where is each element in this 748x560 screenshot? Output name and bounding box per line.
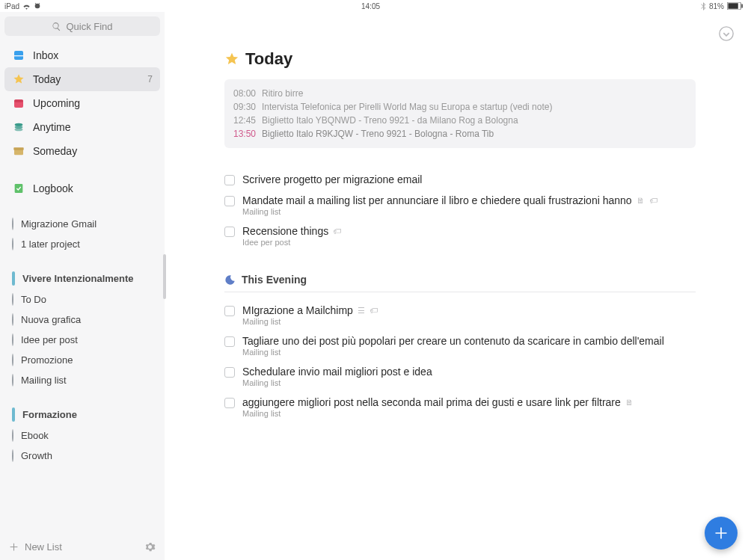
- task-checkbox[interactable]: [224, 336, 235, 347]
- calendar-row[interactable]: 13:50Biglietto Italo R9KJQW - Treno 9921…: [233, 127, 687, 141]
- star-icon: [224, 52, 239, 67]
- calendar-text: Intervista Telefonica per Pirelli World …: [262, 102, 552, 112]
- task-row[interactable]: aggiungere migliori post nella seconda m…: [224, 392, 696, 422]
- battery-icon: [727, 2, 744, 10]
- bluetooth-icon: [700, 2, 706, 10]
- project-item[interactable]: Migrazione Gmail: [4, 214, 160, 234]
- tag-icon: 🏷: [370, 306, 378, 315]
- task-title: Tagliare uno dei post più popolari per c…: [242, 335, 664, 347]
- calendar-row[interactable]: 12:45Biglietto Italo YBQNWD - Treno 9921…: [233, 114, 687, 127]
- nav-anytime[interactable]: Anytime: [4, 115, 160, 139]
- calendar-text: Ritiro birre: [262, 88, 303, 99]
- svg-rect-1: [728, 3, 738, 9]
- project-item[interactable]: Promozione: [4, 350, 160, 370]
- project-ring-icon: [12, 238, 13, 250]
- alarm-icon: [34, 2, 41, 10]
- star-icon: [13, 73, 25, 85]
- svg-rect-11: [13, 147, 23, 150]
- moon-icon: [224, 274, 236, 286]
- nav-logbook[interactable]: Logbook: [4, 176, 160, 200]
- project-ring-icon: [12, 293, 13, 306]
- task-title: Mandate mail a mailing list per annuncia…: [242, 194, 657, 206]
- task-title: Scrivere progetto per migrazione email: [242, 173, 422, 185]
- project-ring-icon: [12, 429, 13, 442]
- task-row[interactable]: Schedulare invio mail migliori post e id…: [224, 361, 696, 392]
- nav-anytime-label: Anytime: [33, 121, 71, 133]
- calendar-text: Biglietto Italo R9KJQW - Treno 9921 - Bo…: [262, 129, 494, 139]
- status-bar: iPad 14:05 81%: [0, 0, 748, 12]
- new-list-button[interactable]: New List: [25, 541, 62, 553]
- project-item[interactable]: Mailing list: [4, 370, 160, 390]
- nav-inbox-label: Inbox: [33, 49, 58, 61]
- inbox-icon: [13, 49, 25, 61]
- task-row[interactable]: Scrivere progetto per migrazione email: [224, 169, 696, 190]
- task-row[interactable]: Recensione things🏷Idee per post: [224, 221, 696, 251]
- task-title: aggiungere migliori post nella seconda m…: [242, 396, 634, 408]
- project-item[interactable]: To Do: [4, 289, 160, 310]
- project-item[interactable]: Ebook: [4, 425, 160, 446]
- calendar-block[interactable]: 08:00Ritiro birre09:30Intervista Telefon…: [224, 79, 696, 148]
- gear-icon[interactable]: [144, 541, 156, 553]
- calendar-time: 09:30: [233, 100, 262, 114]
- task-checkbox[interactable]: [224, 196, 235, 206]
- project-item[interactable]: 1 later project: [4, 234, 160, 254]
- chevron-down-circle-icon: [718, 25, 735, 42]
- nav-someday-label: Someday: [33, 145, 77, 157]
- task-checkbox[interactable]: [224, 367, 235, 378]
- task-title: Recensione things🏷: [242, 225, 341, 237]
- task-checkbox[interactable]: [224, 306, 235, 316]
- device-label: iPad: [4, 2, 19, 10]
- dismiss-button[interactable]: [718, 25, 735, 42]
- evening-tasks: MIgrazione a Mailchimp☰🏷Mailing listTagl…: [224, 300, 696, 422]
- calendar-row[interactable]: 09:30Intervista Telefonica per Pirelli W…: [233, 100, 687, 114]
- box-icon: [13, 145, 25, 157]
- area-label: Vivere Intenzionalmente: [22, 273, 134, 284]
- logbook-icon: [13, 182, 25, 194]
- project-item[interactable]: Nuova grafica: [4, 310, 160, 330]
- nav-inbox[interactable]: Inbox: [4, 43, 160, 67]
- note-icon: 🗎: [625, 398, 634, 407]
- area-label: Formazione: [22, 409, 77, 420]
- checklist-icon: ☰: [358, 306, 365, 316]
- task-row[interactable]: Tagliare uno dei post più popolari per c…: [224, 330, 696, 361]
- search-icon: [52, 22, 61, 31]
- task-checkbox[interactable]: [224, 175, 235, 185]
- task-subtitle: Idee per post: [242, 238, 341, 247]
- area-header[interactable]: Formazione: [4, 404, 160, 425]
- project-label: Promozione: [21, 354, 73, 366]
- calendar-text: Biglietto Italo YBQNWD - Treno 9921 - da…: [262, 115, 518, 126]
- area-icon: [12, 407, 15, 422]
- svg-point-13: [720, 27, 733, 40]
- calendar-row[interactable]: 08:00Ritiro birre: [233, 87, 687, 100]
- svg-rect-4: [14, 55, 23, 56]
- task-checkbox[interactable]: [224, 227, 235, 237]
- nav-someday[interactable]: Someday: [4, 139, 160, 163]
- task-subtitle: Mailing list: [242, 348, 664, 357]
- nav-upcoming[interactable]: Upcoming: [4, 91, 160, 115]
- task-row[interactable]: Mandate mail a mailing list per annuncia…: [224, 190, 696, 221]
- task-title: MIgrazione a Mailchimp☰🏷: [242, 304, 378, 316]
- calendar-icon: [13, 97, 25, 109]
- task-checkbox[interactable]: [224, 398, 235, 408]
- project-label: Growth: [21, 450, 52, 461]
- area-icon: [12, 271, 15, 286]
- project-label: To Do: [21, 294, 46, 305]
- task-subtitle: Mailing list: [242, 409, 634, 418]
- project-ring-icon: [12, 374, 13, 387]
- project-label: Mailing list: [21, 375, 67, 386]
- nav-today[interactable]: Today 7: [4, 67, 160, 91]
- task-row[interactable]: MIgrazione a Mailchimp☰🏷Mailing list: [224, 300, 696, 330]
- area-header[interactable]: Vivere Intenzionalmente: [4, 268, 160, 289]
- task-subtitle: Mailing list: [242, 378, 432, 387]
- task-title: Schedulare invio mail migliori post e id…: [242, 366, 432, 378]
- project-item[interactable]: Growth: [4, 446, 160, 466]
- tag-icon: 🏷: [649, 196, 657, 205]
- search-input[interactable]: Quick Find: [4, 16, 160, 36]
- nav-upcoming-label: Upcoming: [33, 97, 80, 109]
- battery-pct: 81%: [709, 2, 724, 10]
- svg-rect-6: [14, 99, 23, 102]
- today-tasks: Scrivere progetto per migrazione emailMa…: [224, 169, 696, 251]
- add-task-button[interactable]: [705, 517, 738, 550]
- project-item[interactable]: Idee per post: [4, 330, 160, 350]
- plus-icon: [9, 542, 19, 552]
